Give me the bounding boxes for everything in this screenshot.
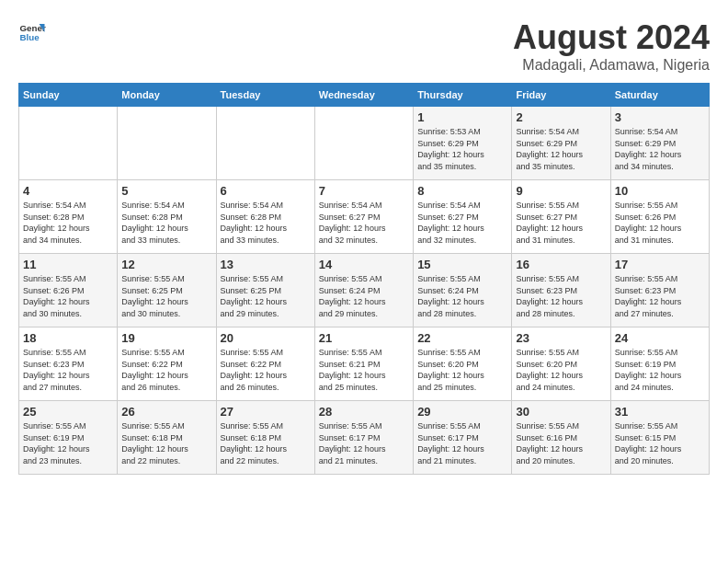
calendar-cell: 5Sunrise: 5:54 AM Sunset: 6:28 PM Daylig… — [118, 180, 216, 254]
calendar-cell: 6Sunrise: 5:54 AM Sunset: 6:28 PM Daylig… — [216, 180, 314, 254]
page-header: General Blue August 2024 Madagali, Adama… — [18, 18, 710, 74]
calendar-cell: 17Sunrise: 5:55 AM Sunset: 6:23 PM Dayli… — [610, 254, 709, 327]
day-number: 23 — [516, 331, 606, 345]
day-number: 7 — [319, 184, 409, 198]
day-detail: Sunrise: 5:55 AM Sunset: 6:24 PM Dayligh… — [417, 273, 507, 319]
day-number: 10 — [615, 184, 705, 198]
calendar-cell: 24Sunrise: 5:55 AM Sunset: 6:19 PM Dayli… — [610, 327, 709, 401]
day-detail: Sunrise: 5:55 AM Sunset: 6:20 PM Dayligh… — [516, 347, 606, 393]
header-thursday: Thursday — [414, 84, 512, 107]
calendar-cell: 12Sunrise: 5:55 AM Sunset: 6:25 PM Dayli… — [118, 254, 216, 327]
day-detail: Sunrise: 5:54 AM Sunset: 6:29 PM Dayligh… — [615, 126, 705, 172]
day-detail: Sunrise: 5:54 AM Sunset: 6:27 PM Dayligh… — [417, 200, 507, 246]
day-number: 17 — [615, 258, 705, 271]
calendar-cell — [216, 107, 314, 180]
calendar-cell: 14Sunrise: 5:55 AM Sunset: 6:24 PM Dayli… — [314, 254, 413, 327]
day-number: 27 — [221, 405, 311, 419]
calendar-cell: 26Sunrise: 5:55 AM Sunset: 6:18 PM Dayli… — [118, 401, 216, 475]
day-number: 29 — [417, 405, 507, 419]
calendar-cell: 13Sunrise: 5:55 AM Sunset: 6:25 PM Dayli… — [216, 254, 314, 327]
day-detail: Sunrise: 5:55 AM Sunset: 6:20 PM Dayligh… — [417, 347, 507, 393]
day-detail: Sunrise: 5:55 AM Sunset: 6:17 PM Dayligh… — [417, 420, 507, 466]
day-detail: Sunrise: 5:55 AM Sunset: 6:25 PM Dayligh… — [121, 273, 211, 319]
day-detail: Sunrise: 5:55 AM Sunset: 6:22 PM Dayligh… — [121, 347, 211, 393]
calendar-subtitle: Madagali, Adamawa, Nigeria — [513, 57, 710, 74]
day-detail: Sunrise: 5:54 AM Sunset: 6:27 PM Dayligh… — [319, 200, 409, 246]
calendar-cell: 23Sunrise: 5:55 AM Sunset: 6:20 PM Dayli… — [512, 327, 610, 401]
svg-text:Blue: Blue — [20, 32, 40, 42]
header-wednesday: Wednesday — [314, 84, 413, 107]
weekday-header-row: Sunday Monday Tuesday Wednesday Thursday… — [19, 84, 710, 107]
day-number: 2 — [516, 110, 606, 124]
day-number: 20 — [221, 331, 311, 345]
day-detail: Sunrise: 5:54 AM Sunset: 6:28 PM Dayligh… — [221, 200, 311, 246]
calendar-cell: 7Sunrise: 5:54 AM Sunset: 6:27 PM Daylig… — [314, 180, 413, 254]
calendar-week-row-1: 1Sunrise: 5:53 AM Sunset: 6:29 PM Daylig… — [19, 107, 710, 180]
day-detail: Sunrise: 5:55 AM Sunset: 6:22 PM Dayligh… — [221, 347, 311, 393]
day-number: 21 — [319, 331, 409, 345]
calendar-week-row-4: 18Sunrise: 5:55 AM Sunset: 6:23 PM Dayli… — [19, 327, 710, 401]
day-detail: Sunrise: 5:53 AM Sunset: 6:29 PM Dayligh… — [417, 126, 507, 172]
calendar-cell: 21Sunrise: 5:55 AM Sunset: 6:21 PM Dayli… — [314, 327, 413, 401]
day-detail: Sunrise: 5:55 AM Sunset: 6:26 PM Dayligh… — [615, 200, 705, 246]
day-number: 4 — [23, 184, 113, 198]
day-number: 15 — [417, 258, 507, 271]
calendar-cell: 22Sunrise: 5:55 AM Sunset: 6:20 PM Dayli… — [414, 327, 512, 401]
day-detail: Sunrise: 5:55 AM Sunset: 6:26 PM Dayligh… — [23, 273, 113, 319]
day-detail: Sunrise: 5:55 AM Sunset: 6:17 PM Dayligh… — [319, 420, 409, 466]
day-number: 1 — [417, 110, 507, 124]
calendar-cell: 31Sunrise: 5:55 AM Sunset: 6:15 PM Dayli… — [610, 401, 709, 475]
day-number: 3 — [615, 110, 705, 124]
calendar-cell: 3Sunrise: 5:54 AM Sunset: 6:29 PM Daylig… — [610, 107, 709, 180]
day-number: 5 — [121, 184, 211, 198]
day-detail: Sunrise: 5:55 AM Sunset: 6:27 PM Dayligh… — [516, 200, 606, 246]
day-number: 31 — [615, 405, 705, 419]
day-number: 11 — [23, 258, 113, 271]
day-detail: Sunrise: 5:55 AM Sunset: 6:19 PM Dayligh… — [23, 420, 113, 466]
header-monday: Monday — [118, 84, 216, 107]
logo-icon: General Blue — [18, 18, 46, 46]
calendar-cell: 8Sunrise: 5:54 AM Sunset: 6:27 PM Daylig… — [414, 180, 512, 254]
header-saturday: Saturday — [610, 84, 709, 107]
day-detail: Sunrise: 5:54 AM Sunset: 6:29 PM Dayligh… — [516, 126, 606, 172]
day-number: 24 — [615, 331, 705, 345]
day-number: 6 — [221, 184, 311, 198]
day-detail: Sunrise: 5:55 AM Sunset: 6:16 PM Dayligh… — [516, 420, 606, 466]
day-number: 25 — [23, 405, 113, 419]
day-detail: Sunrise: 5:55 AM Sunset: 6:19 PM Dayligh… — [615, 347, 705, 393]
calendar-cell: 15Sunrise: 5:55 AM Sunset: 6:24 PM Dayli… — [414, 254, 512, 327]
day-detail: Sunrise: 5:55 AM Sunset: 6:25 PM Dayligh… — [221, 273, 311, 319]
calendar-week-row-5: 25Sunrise: 5:55 AM Sunset: 6:19 PM Dayli… — [19, 401, 710, 475]
calendar-cell: 30Sunrise: 5:55 AM Sunset: 6:16 PM Dayli… — [512, 401, 610, 475]
day-detail: Sunrise: 5:55 AM Sunset: 6:18 PM Dayligh… — [121, 420, 211, 466]
calendar-week-row-3: 11Sunrise: 5:55 AM Sunset: 6:26 PM Dayli… — [19, 254, 710, 327]
day-number: 28 — [319, 405, 409, 419]
day-detail: Sunrise: 5:54 AM Sunset: 6:28 PM Dayligh… — [121, 200, 211, 246]
day-detail: Sunrise: 5:55 AM Sunset: 6:23 PM Dayligh… — [516, 273, 606, 319]
calendar-cell: 19Sunrise: 5:55 AM Sunset: 6:22 PM Dayli… — [118, 327, 216, 401]
calendar-cell — [314, 107, 413, 180]
day-detail: Sunrise: 5:55 AM Sunset: 6:21 PM Dayligh… — [319, 347, 409, 393]
calendar-cell: 20Sunrise: 5:55 AM Sunset: 6:22 PM Dayli… — [216, 327, 314, 401]
day-number: 19 — [121, 331, 211, 345]
header-friday: Friday — [512, 84, 610, 107]
header-tuesday: Tuesday — [216, 84, 314, 107]
day-number: 26 — [121, 405, 211, 419]
day-number: 22 — [417, 331, 507, 345]
calendar-cell: 29Sunrise: 5:55 AM Sunset: 6:17 PM Dayli… — [414, 401, 512, 475]
day-number: 8 — [417, 184, 507, 198]
day-number: 13 — [221, 258, 311, 271]
calendar-cell: 10Sunrise: 5:55 AM Sunset: 6:26 PM Dayli… — [610, 180, 709, 254]
day-number: 16 — [516, 258, 606, 271]
day-detail: Sunrise: 5:55 AM Sunset: 6:23 PM Dayligh… — [23, 347, 113, 393]
day-number: 18 — [23, 331, 113, 345]
calendar-cell: 28Sunrise: 5:55 AM Sunset: 6:17 PM Dayli… — [314, 401, 413, 475]
day-number: 12 — [121, 258, 211, 271]
calendar-cell: 27Sunrise: 5:55 AM Sunset: 6:18 PM Dayli… — [216, 401, 314, 475]
day-detail: Sunrise: 5:54 AM Sunset: 6:28 PM Dayligh… — [23, 200, 113, 246]
day-number: 9 — [516, 184, 606, 198]
calendar-cell: 4Sunrise: 5:54 AM Sunset: 6:28 PM Daylig… — [19, 180, 118, 254]
calendar-cell: 11Sunrise: 5:55 AM Sunset: 6:26 PM Dayli… — [19, 254, 118, 327]
title-section: August 2024 Madagali, Adamawa, Nigeria — [513, 18, 710, 74]
calendar-cell: 16Sunrise: 5:55 AM Sunset: 6:23 PM Dayli… — [512, 254, 610, 327]
